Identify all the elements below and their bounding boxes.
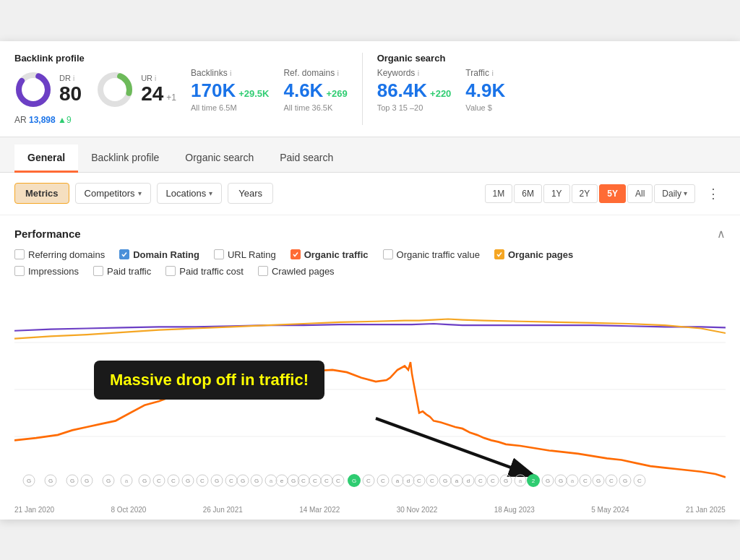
svg-text:C: C	[417, 478, 421, 484]
checkbox-referring-domains[interactable]	[14, 249, 25, 259]
x-label-8: 21 Jan 2025	[686, 506, 726, 514]
metric-referring-domains[interactable]: Referring domains	[14, 249, 105, 260]
metric-organic-pages-label: Organic pages	[508, 249, 573, 260]
svg-text:a: a	[125, 478, 129, 484]
ref-domains-label: Ref. domains	[283, 68, 335, 78]
metric-organic-traffic-label: Organic traffic	[304, 249, 369, 260]
x-label-3: 26 Jun 2021	[203, 506, 243, 514]
locations-chevron-icon: ▾	[209, 189, 212, 197]
svg-text:G: G	[443, 478, 447, 484]
metric-domain-rating[interactable]: Domain Rating	[119, 249, 199, 260]
metric-paid-traffic[interactable]: Paid traffic	[93, 266, 151, 277]
checkbox-organic-traffic[interactable]	[291, 249, 301, 259]
keywords-stat: Keywords i 86.4K +220 Top 3 15 –20	[377, 68, 452, 112]
svg-text:G: G	[623, 478, 627, 484]
more-options-button[interactable]: ⋮	[701, 183, 726, 204]
dr-value: 80	[59, 82, 82, 105]
organic-pages-line	[14, 319, 726, 338]
metric-crawled-pages[interactable]: Crawled pages	[258, 266, 335, 277]
metric-paid-traffic-cost[interactable]: Paid traffic cost	[165, 266, 244, 277]
check-icon-orange	[292, 251, 299, 258]
keywords-label: Keywords	[377, 68, 416, 78]
tab-general[interactable]: General	[14, 145, 78, 173]
svg-text:C: C	[478, 478, 483, 484]
ref-domains-sub: All time 36.5K	[283, 103, 332, 112]
time-1m[interactable]: 1M	[485, 184, 513, 203]
ref-domains-delta: +269	[326, 88, 347, 99]
metric-organic-traffic-value-label: Organic traffic value	[397, 249, 480, 260]
traffic-info: i	[491, 69, 493, 77]
svg-text:d: d	[467, 478, 470, 484]
svg-text:a: a	[455, 478, 459, 484]
domain-rating-line	[14, 324, 726, 331]
toolbar: Metrics Competitors ▾ Locations ▾ Years …	[0, 173, 740, 215]
years-button[interactable]: Years	[228, 183, 273, 204]
svg-text:C: C	[229, 478, 233, 484]
backlink-section: Backlink profile DR i 80	[14, 53, 348, 125]
checkbox-paid-traffic[interactable]	[93, 266, 103, 276]
svg-text:C: C	[313, 478, 317, 484]
time-6m[interactable]: 6M	[514, 184, 542, 203]
tab-paid-search[interactable]: Paid search	[267, 145, 346, 173]
ur-label: UR	[141, 74, 152, 82]
x-label-5: 30 Nov 2022	[397, 506, 438, 514]
metric-impressions[interactable]: Impressions	[14, 266, 79, 277]
metrics-row-2: Impressions Paid traffic Paid traffic co…	[14, 266, 726, 277]
backlinks-stat: Backlinks i 170K +29.5K All time 6.5M	[191, 68, 269, 112]
ur-delta: +1	[166, 92, 176, 103]
checkbox-organic-traffic-value[interactable]	[383, 249, 393, 259]
ur-donut-chart	[96, 71, 134, 108]
checkbox-url-rating[interactable]	[214, 249, 224, 259]
svg-text:G: G	[291, 478, 296, 484]
ar-line: AR 13,898 ▲9	[14, 115, 348, 125]
traffic-value: 4.9K	[465, 79, 505, 102]
ref-domains-value: 4.6K	[283, 79, 323, 102]
locations-button[interactable]: Locations ▾	[157, 183, 223, 204]
svg-text:G: G	[254, 478, 259, 484]
metric-url-rating[interactable]: URL Rating	[214, 249, 276, 260]
competitors-button[interactable]: Competitors ▾	[75, 183, 151, 204]
svg-text:2: 2	[532, 478, 535, 484]
section-divider	[362, 53, 363, 125]
dr-widget: DR i 80	[14, 71, 82, 108]
checkbox-impressions[interactable]	[14, 266, 25, 276]
svg-text:G: G	[48, 478, 53, 484]
time-1y[interactable]: 1Y	[543, 184, 570, 203]
svg-text:G: G	[352, 478, 356, 484]
checkbox-domain-rating[interactable]	[119, 249, 129, 259]
svg-text:G: G	[142, 478, 147, 484]
svg-text:C: C	[609, 478, 614, 484]
time-all[interactable]: All	[627, 184, 653, 203]
svg-text:G: G	[241, 478, 245, 484]
svg-text:a: a	[396, 478, 400, 484]
tab-backlink-profile[interactable]: Backlink profile	[78, 145, 172, 173]
svg-line-8	[376, 418, 535, 476]
metric-organic-pages[interactable]: Organic pages	[494, 249, 573, 260]
organic-header: Organic search	[377, 53, 506, 64]
ur-info: i	[155, 74, 156, 82]
metric-organic-traffic[interactable]: Organic traffic	[291, 249, 369, 260]
daily-button[interactable]: Daily ▾	[654, 184, 695, 203]
svg-point-1	[19, 75, 48, 104]
backlinks-delta: +29.5K	[238, 88, 269, 99]
checkbox-paid-traffic-cost[interactable]	[165, 266, 176, 276]
ur-stat: UR i 24 +1	[141, 74, 176, 105]
checkbox-crawled-pages[interactable]	[258, 266, 268, 276]
metric-paid-traffic-cost-label: Paid traffic cost	[179, 266, 244, 277]
metric-url-rating-label: URL Rating	[228, 249, 276, 260]
svg-text:C: C	[157, 478, 161, 484]
checkbox-organic-pages[interactable]	[494, 249, 504, 259]
time-5y[interactable]: 5Y	[599, 184, 626, 203]
tab-organic-search[interactable]: Organic search	[172, 145, 267, 173]
traffic-label: Traffic	[465, 68, 489, 78]
metric-organic-traffic-value[interactable]: Organic traffic value	[383, 249, 480, 260]
performance-header: Performance ∧	[14, 227, 726, 241]
ref-domains-info: i	[337, 69, 339, 77]
keywords-value: 86.4K	[377, 79, 427, 102]
metrics-button[interactable]: Metrics	[14, 183, 69, 204]
traffic-stat: Traffic i 4.9K Value $	[465, 68, 505, 112]
google-event-markers: G G G G G a G C C	[23, 474, 645, 487]
traffic-sub: Value $	[465, 103, 492, 112]
collapse-button[interactable]: ∧	[717, 227, 726, 241]
time-2y[interactable]: 2Y	[572, 184, 598, 203]
